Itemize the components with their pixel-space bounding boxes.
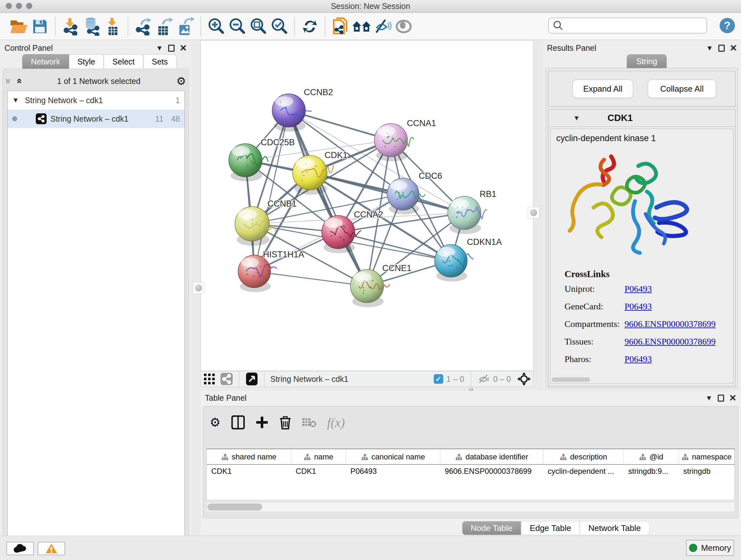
zoom-fit-icon[interactable] bbox=[248, 16, 269, 37]
column-header-namespace[interactable]: namespace bbox=[679, 449, 734, 464]
crosslink-link[interactable]: P06493 bbox=[624, 354, 652, 364]
right-splitter-grip[interactable] bbox=[528, 207, 539, 219]
minimize-window-button[interactable] bbox=[16, 3, 22, 9]
open-session-icon[interactable] bbox=[8, 16, 29, 37]
zoom-out-icon[interactable] bbox=[226, 16, 248, 37]
delete-table-icon[interactable] bbox=[302, 417, 316, 428]
add-column-icon[interactable] bbox=[256, 416, 268, 429]
control-panel-menu-icon[interactable]: ▼ bbox=[156, 44, 163, 52]
table-options-gear-icon[interactable]: ⚙ bbox=[210, 415, 220, 429]
node-RB1[interactable]: RB1 bbox=[448, 189, 496, 234]
column-header-description[interactable]: description bbox=[543, 449, 624, 464]
table-cell[interactable]: P06493 bbox=[346, 464, 441, 477]
left-splitter-grip[interactable] bbox=[193, 282, 204, 294]
share-network-file-icon[interactable] bbox=[330, 16, 351, 37]
edge-CCNB2-CCNE1[interactable] bbox=[289, 111, 367, 286]
tab-network-table[interactable]: Network Table bbox=[580, 521, 650, 535]
column-header-canonical-name[interactable]: canonical name bbox=[346, 449, 441, 464]
column-header-database-identifier[interactable]: database identifier bbox=[441, 449, 543, 464]
table-scrollbar-thumb[interactable] bbox=[207, 503, 262, 510]
crosslink-link[interactable]: 9606.ENSP00000378699 bbox=[624, 319, 716, 329]
tab-select[interactable]: Select bbox=[104, 54, 143, 69]
network-collection-row[interactable]: ▼ String Network – cdk1 1 bbox=[8, 91, 185, 110]
tab-sets[interactable]: Sets bbox=[143, 54, 177, 69]
selected-indicator-checkbox[interactable]: ✓ bbox=[434, 374, 443, 384]
import-network-database-icon[interactable] bbox=[81, 16, 102, 37]
zoom-selected-icon[interactable] bbox=[269, 16, 290, 37]
table-panel-menu-icon[interactable]: ▼ bbox=[705, 394, 713, 402]
table-cell[interactable]: CDK1 bbox=[207, 464, 291, 477]
table-row[interactable]: CDK1CDK1P064939606.ENSP00000378699cyclin… bbox=[207, 464, 735, 477]
table-panel-float-icon[interactable] bbox=[718, 395, 724, 401]
network-canvas[interactable]: CCNB2CCNA1CDC25BCDK1CDC6RB1CCNB1CCNA2CDK… bbox=[200, 40, 534, 371]
maximize-window-button[interactable] bbox=[26, 3, 32, 9]
grid-view-icon[interactable] bbox=[201, 372, 218, 386]
node-CCNA1[interactable]: CCNA1 bbox=[374, 118, 436, 161]
help-icon[interactable]: ? bbox=[719, 17, 735, 34]
collapse-all-button[interactable]: Collapse All bbox=[648, 79, 716, 98]
table-cell[interactable]: stringdb:9... bbox=[624, 464, 679, 477]
control-panel-close-icon[interactable]: ✕ bbox=[180, 43, 187, 53]
tab-style[interactable]: Style bbox=[69, 54, 104, 69]
show-columns-icon[interactable] bbox=[231, 415, 245, 429]
column-header-@id[interactable]: @id bbox=[624, 449, 679, 464]
node-CCNB2[interactable]: CCNB2 bbox=[272, 87, 333, 132]
cybrowser-home-icon[interactable] bbox=[351, 16, 372, 37]
tab-network[interactable]: Network bbox=[22, 54, 69, 69]
collection-expander-icon[interactable]: ▼ bbox=[12, 96, 19, 105]
table-horizontal-scrollbar[interactable] bbox=[206, 502, 735, 512]
refresh-icon[interactable] bbox=[299, 16, 320, 37]
tab-edge-table[interactable]: Edge Table bbox=[521, 521, 580, 535]
protein-section-header[interactable]: ▼ CDK1 bbox=[548, 110, 735, 127]
save-session-icon[interactable] bbox=[29, 16, 51, 37]
protein-expander-icon[interactable]: ▼ bbox=[573, 114, 580, 122]
export-network-icon[interactable] bbox=[133, 16, 154, 37]
node-CDKN1A[interactable]: CDKN1A bbox=[434, 237, 502, 282]
hide-panels-icon[interactable] bbox=[372, 16, 393, 37]
edge-CCNB2-HIST1H1A[interactable] bbox=[254, 111, 289, 271]
results-horizontal-scrollbar[interactable] bbox=[552, 377, 590, 382]
crosslink-link[interactable]: 9606.ENSP00000378699 bbox=[624, 336, 716, 347]
tab-node-table[interactable]: Node Table bbox=[462, 521, 521, 535]
apply-function-icon[interactable]: f(x) bbox=[327, 415, 345, 430]
network-row[interactable]: String Network – cdk1 11 48 bbox=[8, 110, 185, 128]
table-cell[interactable]: CDK1 bbox=[291, 464, 346, 477]
table-cell[interactable]: stringdb bbox=[679, 464, 734, 477]
memory-button[interactable]: Memory bbox=[686, 540, 734, 556]
import-network-file-icon[interactable] bbox=[60, 16, 81, 37]
node-CDC6[interactable]: CDC6 bbox=[387, 171, 442, 214]
birdseye-position-icon[interactable] bbox=[517, 372, 531, 386]
collapse-all-networks-icon[interactable]: » bbox=[3, 78, 14, 84]
edge-HIST1H1A-CCNE1[interactable] bbox=[254, 271, 367, 286]
crosslink-link[interactable]: P06493 bbox=[624, 301, 652, 312]
node-CDK1[interactable]: CDK1 bbox=[293, 150, 347, 195]
delete-column-icon[interactable] bbox=[279, 415, 291, 429]
node-CCNB1[interactable]: CCNB1 bbox=[235, 199, 297, 246]
expand-all-networks-icon[interactable]: » bbox=[13, 78, 24, 84]
warnings-button[interactable] bbox=[38, 542, 65, 555]
export-table-icon[interactable] bbox=[154, 16, 175, 37]
cloud-tasks-button[interactable] bbox=[6, 542, 34, 555]
results-panel-float-icon[interactable] bbox=[718, 45, 725, 52]
crosslink-link[interactable]: P06493 bbox=[624, 284, 652, 294]
detach-view-icon[interactable] bbox=[243, 372, 260, 386]
node-table[interactable]: shared namenamecanonical namedatabase id… bbox=[206, 449, 735, 500]
search-box[interactable] bbox=[548, 17, 707, 34]
zoom-in-icon[interactable] bbox=[205, 16, 226, 37]
network-view-icon[interactable] bbox=[218, 372, 235, 386]
export-image-icon[interactable] bbox=[175, 16, 196, 37]
column-header-name[interactable]: name bbox=[291, 449, 346, 464]
results-panel-close-icon[interactable]: ✕ bbox=[730, 43, 737, 53]
tab-string[interactable]: String bbox=[627, 54, 667, 68]
control-panel-float-icon[interactable] bbox=[168, 45, 175, 52]
column-header-shared-name[interactable]: shared name bbox=[207, 449, 291, 464]
search-input[interactable] bbox=[563, 21, 701, 30]
table-cell[interactable]: cyclin-dependent ... bbox=[543, 464, 624, 477]
import-table-file-icon[interactable] bbox=[102, 16, 123, 37]
expand-all-button[interactable]: Expand All bbox=[572, 79, 633, 98]
network-options-gear-icon[interactable]: ⚙ bbox=[177, 75, 186, 87]
node-HIST1H1A[interactable]: HIST1H1A bbox=[238, 250, 304, 292]
table-cell[interactable]: 9606.ENSP00000378699 bbox=[441, 464, 543, 477]
results-panel-menu-icon[interactable]: ▼ bbox=[706, 44, 713, 52]
birdseye-toggle-icon[interactable] bbox=[393, 16, 414, 37]
